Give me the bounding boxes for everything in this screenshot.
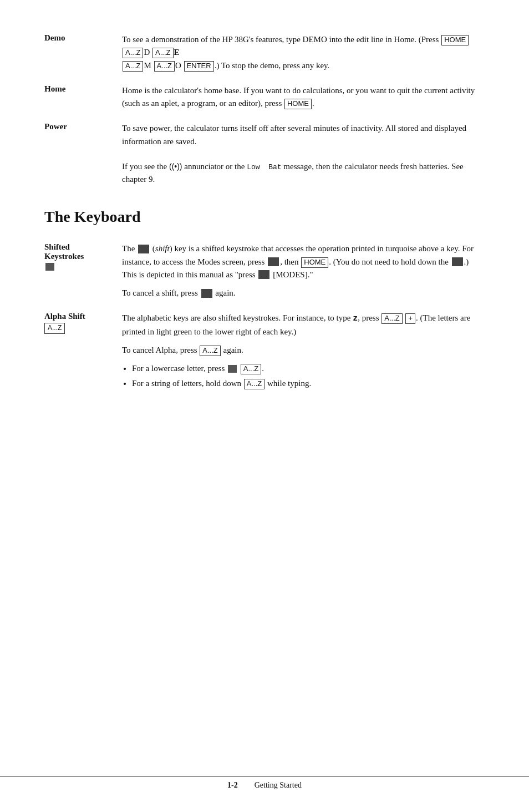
section-shifted: Shifted Keystrokes The (shift) key is a …: [44, 242, 485, 300]
label-demo: Demo: [44, 33, 122, 72]
keyboard-heading: The Keyboard: [44, 208, 485, 226]
shift-key-icon2: [268, 257, 279, 266]
bullet-lowercase: For a lowercase letter, press A...Z.: [132, 362, 485, 375]
section-alpha: Alpha Shift A...Z The alphabetic keys ar…: [44, 312, 485, 392]
content-demo: To see a demonstration of the HP 38G's f…: [122, 33, 485, 72]
page-footer: 1-2 Getting Started: [0, 776, 529, 790]
key-az2: A...Z: [152, 48, 173, 58]
content-shifted: The (shift) key is a shifted keystroke t…: [122, 242, 485, 300]
label-shifted-stack: Shifted Keystrokes: [44, 242, 122, 271]
section-power: Power To save power, the calculator turn…: [44, 122, 485, 148]
shift-key-icon5: [201, 289, 212, 298]
key-home2: HOME: [284, 99, 312, 109]
content-home: Home is the calculator's home base. If y…: [122, 84, 485, 110]
power-text1: To save power, the calculator turns itse…: [122, 122, 485, 148]
demo-text: To see a demonstration of the HP 38G's f…: [122, 33, 485, 72]
power-text2: If you see the ((•)) annunciator or the …: [122, 160, 485, 186]
section-power-extra: If you see the ((•)) annunciator or the …: [122, 160, 485, 186]
page-number: 1-2: [227, 781, 238, 790]
alpha-label-text: Alpha Shift: [44, 312, 85, 321]
key-home: HOME: [441, 35, 469, 45]
key-az6: A...Z: [200, 346, 220, 356]
key-az4: A...Z: [154, 61, 175, 72]
key-az1: A...Z: [123, 48, 143, 58]
section-demo: Demo To see a demonstration of the HP 38…: [44, 33, 485, 72]
shift-key-icon4: [258, 270, 269, 279]
alpha-text2: To cancel Alpha, press A...Z again.: [122, 344, 485, 357]
footer-title: Getting Started: [255, 781, 302, 790]
annunciator-symbol: ((•)): [169, 162, 182, 171]
page-container: Demo To see a demonstration of the HP 38…: [0, 0, 529, 449]
key-az5: A...Z: [382, 313, 402, 324]
label-shifted: Shifted Keystrokes: [44, 242, 122, 300]
content-power: To save power, the calculator turns itse…: [122, 122, 485, 148]
key-plus: +: [405, 313, 415, 324]
alpha-text1: The alphabetic keys are also shifted key…: [122, 312, 485, 338]
alpha-label-container: Alpha Shift A...Z: [44, 312, 122, 334]
key-home3: HOME: [301, 257, 328, 268]
alpha-bullet-list: For a lowercase letter, press A...Z. For…: [132, 362, 485, 390]
shift-italic: shift: [155, 244, 170, 253]
shifted-text1: The (shift) key is a shifted keystroke t…: [122, 242, 485, 281]
low-bat-label: Low Bat: [247, 163, 281, 171]
bullet-string: For a string of letters, hold down A...Z…: [132, 377, 485, 390]
shifted-text2: To cancel a shift, press again.: [122, 287, 485, 300]
alpha-z-char: z: [353, 314, 358, 323]
content-alpha: The alphabetic keys are also shifted key…: [122, 312, 485, 392]
alpha-key-box: A...Z: [44, 323, 65, 334]
label-keystrokes-text: Keystrokes: [44, 252, 122, 261]
label-power: Power: [44, 122, 122, 148]
shift-key-icon6: [228, 365, 237, 373]
home-text: Home is the calculator's home base. If y…: [122, 84, 485, 110]
key-az8: A...Z: [244, 379, 264, 389]
key-az7: A...Z: [241, 364, 261, 374]
label-shifted-text: Shifted: [44, 242, 122, 252]
key-az3: A...Z: [123, 61, 143, 72]
label-home: Home: [44, 84, 122, 110]
label-alpha: Alpha Shift A...Z: [44, 312, 122, 392]
shift-key-icon1: [138, 245, 149, 253]
key-enter: ENTER: [184, 61, 214, 72]
shift-key-icon-label: [45, 263, 54, 271]
shift-key-icon3: [452, 257, 463, 266]
section-home: Home Home is the calculator's home base.…: [44, 84, 485, 110]
